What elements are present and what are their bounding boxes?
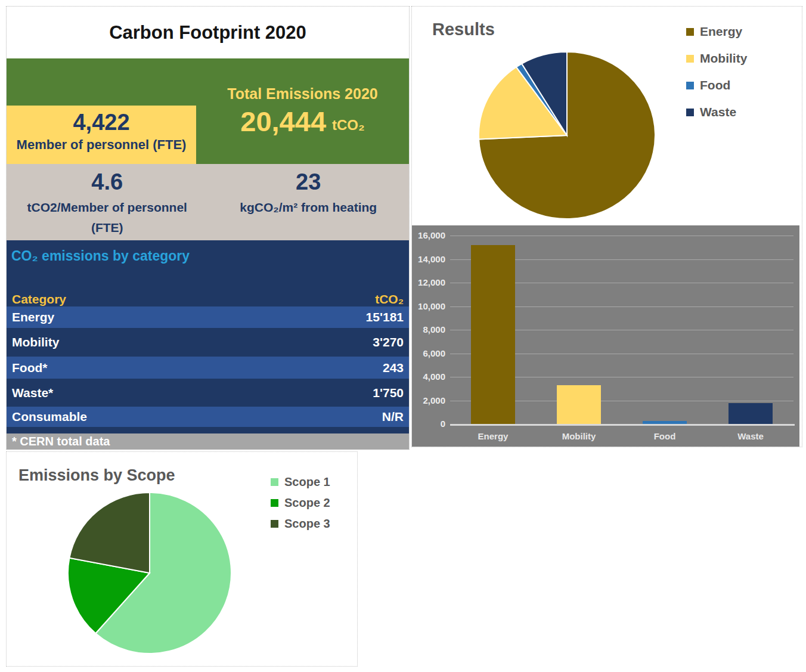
- legend-label: Scope 2: [284, 496, 330, 510]
- total-emissions-value-line: 20,444 tCO₂: [240, 105, 364, 138]
- personnel-block: 4,422 Member of personnel (FTE): [7, 106, 196, 164]
- energy-swatch-icon: [686, 28, 694, 36]
- legend-label: Waste: [700, 105, 736, 119]
- y-axis-tick: 8,000: [412, 324, 445, 335]
- legend-label: Scope 1: [284, 475, 330, 489]
- food-swatch-icon: [686, 82, 694, 89]
- y-axis-tick: 10,000: [412, 301, 445, 311]
- table-row: Consumable N/R: [7, 407, 409, 427]
- legend-item-scope3: Scope 3: [271, 517, 330, 530]
- table-footnote: * CERN total data: [7, 433, 409, 450]
- emissions-table-section: CO₂ emissions by category Category tCO₂ …: [7, 240, 409, 433]
- x-axis-label: Food: [626, 431, 703, 441]
- bar-mobility: [557, 385, 601, 424]
- per-fte-label: tCO2/Member of personnel (FTE): [7, 197, 208, 237]
- page-title: Carbon Footprint 2020: [109, 22, 306, 44]
- column-header-category: Category: [12, 292, 66, 306]
- per-fte-label-line2: (FTE): [91, 221, 123, 234]
- per-fte-label-line1: tCO2/Member of personnel: [27, 200, 187, 214]
- heating-value: 23: [208, 169, 410, 195]
- x-axis-label: Waste: [712, 431, 789, 441]
- legend-item-scope1: Scope 1: [271, 475, 330, 488]
- y-axis-tick: 4,000: [412, 371, 445, 382]
- row-value: 243: [383, 361, 404, 375]
- personnel-label: Member of personnel (FTE): [7, 137, 196, 153]
- column-header-tco2: tCO₂: [375, 292, 404, 306]
- waste-swatch-icon: [686, 109, 694, 116]
- bar-energy: [471, 245, 515, 424]
- y-axis-tick: 6,000: [412, 348, 445, 358]
- table-row: Energy 15'181: [7, 306, 409, 328]
- legend-label: Scope 3: [284, 517, 330, 531]
- heating-stat: 23 kgCO₂/m² from heating: [208, 164, 410, 240]
- heating-label: kgCO₂/m² from heating: [208, 197, 410, 218]
- row-value: 3'270: [373, 335, 404, 349]
- legend-item-scope2: Scope 2: [271, 496, 330, 509]
- table-row: Food* 243: [7, 357, 409, 379]
- y-axis-tick: 12,000: [412, 277, 445, 287]
- y-axis-tick: 14,000: [412, 254, 445, 264]
- scope2-swatch-icon: [271, 499, 278, 507]
- total-emissions-label: Total Emissions 2020: [227, 85, 377, 103]
- per-fte-stat: 4.6 tCO2/Member of personnel (FTE): [7, 164, 208, 240]
- x-axis-label: Energy: [454, 431, 532, 441]
- row-label: Consumable: [12, 410, 87, 424]
- panel-header: Carbon Footprint 2020: [7, 7, 409, 58]
- legend-label: Mobility: [700, 51, 747, 66]
- legend-item-food: Food: [686, 78, 747, 92]
- row-value: N/R: [382, 410, 404, 424]
- bar-waste: [728, 403, 773, 424]
- scope-box: Emissions by Scope Scope 1 Scope 2 Scope…: [6, 451, 358, 667]
- results-pie-area: Results Energy Mobility Food Waste: [412, 7, 802, 225]
- table-header-row: Category tCO₂: [7, 290, 409, 306]
- results-box: Results Energy Mobility Food Waste 02,00…: [411, 6, 802, 447]
- legend-item-waste: Waste: [686, 105, 747, 119]
- mobility-swatch-icon: [686, 55, 694, 63]
- per-fte-value: 4.6: [7, 169, 208, 195]
- row-label: Food*: [12, 361, 47, 375]
- scope3-swatch-icon: [271, 520, 278, 528]
- results-legend: Energy Mobility Food Waste: [686, 24, 747, 132]
- total-emissions-block: Total Emissions 2020 20,444 tCO₂ 4,422 M…: [7, 58, 409, 164]
- carbon-footprint-dashboard: { "dashboard": { "title": "Carbon Footpr…: [0, 0, 806, 672]
- y-axis-tick: 2,000: [412, 395, 445, 405]
- total-emissions-value: 20,444: [240, 105, 326, 138]
- y-axis-tick: 0: [412, 419, 445, 429]
- scope-legend: Scope 1 Scope 2 Scope 3: [271, 475, 330, 538]
- scope1-swatch-icon: [271, 478, 278, 486]
- legend-item-energy: Energy: [686, 24, 747, 39]
- y-axis-tick: 16,000: [412, 230, 445, 240]
- row-value: 15'181: [366, 310, 404, 324]
- total-emissions-unit: tCO₂: [332, 117, 365, 134]
- bar-food: [643, 421, 687, 424]
- legend-item-mobility: Mobility: [686, 51, 747, 66]
- row-label: Energy: [12, 310, 54, 324]
- row-label: Waste*: [12, 386, 53, 400]
- legend-label: Food: [700, 78, 730, 92]
- table-row: Waste* 1'750: [7, 379, 409, 407]
- table-section-title: CO₂ emissions by category: [7, 240, 409, 264]
- table-row: Mobility 3'270: [7, 328, 409, 357]
- stats-block: 4.6 tCO2/Member of personnel (FTE) 23 kg…: [7, 164, 409, 240]
- row-value: 1'750: [373, 386, 404, 400]
- summary-panel: Carbon Footprint 2020 Total Emissions 20…: [6, 6, 410, 450]
- x-axis-line: [450, 424, 795, 426]
- category-bar-chart: 02,0004,0006,0008,00010,00012,00014,0001…: [412, 225, 799, 447]
- gridline: [450, 236, 793, 236]
- legend-label: Energy: [700, 24, 742, 39]
- total-emissions-area: Total Emissions 2020 20,444 tCO₂: [196, 58, 409, 164]
- row-label: Mobility: [12, 335, 59, 349]
- x-axis-label: Mobility: [540, 431, 618, 441]
- personnel-value: 4,422: [7, 110, 196, 135]
